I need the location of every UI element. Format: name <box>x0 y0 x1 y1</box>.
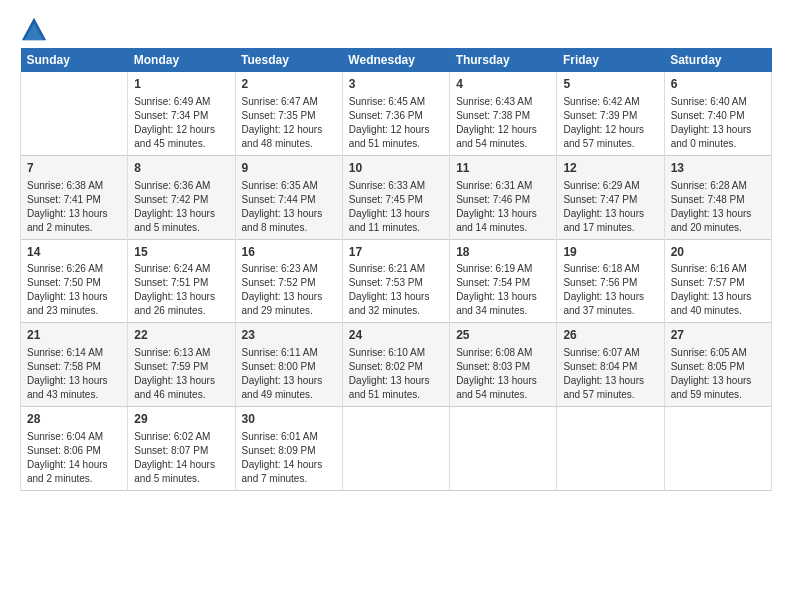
calendar-cell: 25Sunrise: 6:08 AM Sunset: 8:03 PM Dayli… <box>450 323 557 407</box>
calendar-cell: 10Sunrise: 6:33 AM Sunset: 7:45 PM Dayli… <box>342 155 449 239</box>
cell-content: Sunrise: 6:29 AM Sunset: 7:47 PM Dayligh… <box>563 179 657 235</box>
cell-content: Sunrise: 6:18 AM Sunset: 7:56 PM Dayligh… <box>563 262 657 318</box>
calendar-cell <box>664 407 771 491</box>
calendar-cell: 3Sunrise: 6:45 AM Sunset: 7:36 PM Daylig… <box>342 72 449 155</box>
column-header-sunday: Sunday <box>21 48 128 72</box>
day-number: 12 <box>563 160 657 177</box>
calendar-cell: 13Sunrise: 6:28 AM Sunset: 7:48 PM Dayli… <box>664 155 771 239</box>
cell-content: Sunrise: 6:35 AM Sunset: 7:44 PM Dayligh… <box>242 179 336 235</box>
calendar-cell <box>557 407 664 491</box>
cell-content: Sunrise: 6:31 AM Sunset: 7:46 PM Dayligh… <box>456 179 550 235</box>
day-number: 21 <box>27 327 121 344</box>
calendar-week-3: 14Sunrise: 6:26 AM Sunset: 7:50 PM Dayli… <box>21 239 772 323</box>
calendar-cell: 28Sunrise: 6:04 AM Sunset: 8:06 PM Dayli… <box>21 407 128 491</box>
calendar-cell: 6Sunrise: 6:40 AM Sunset: 7:40 PM Daylig… <box>664 72 771 155</box>
logo-icon <box>20 16 48 44</box>
calendar-table: SundayMondayTuesdayWednesdayThursdayFrid… <box>20 48 772 491</box>
day-number: 25 <box>456 327 550 344</box>
cell-content: Sunrise: 6:45 AM Sunset: 7:36 PM Dayligh… <box>349 95 443 151</box>
day-number: 19 <box>563 244 657 261</box>
day-number: 6 <box>671 76 765 93</box>
cell-content: Sunrise: 6:38 AM Sunset: 7:41 PM Dayligh… <box>27 179 121 235</box>
cell-content: Sunrise: 6:21 AM Sunset: 7:53 PM Dayligh… <box>349 262 443 318</box>
cell-content: Sunrise: 6:01 AM Sunset: 8:09 PM Dayligh… <box>242 430 336 486</box>
cell-content: Sunrise: 6:08 AM Sunset: 8:03 PM Dayligh… <box>456 346 550 402</box>
calendar-cell: 2Sunrise: 6:47 AM Sunset: 7:35 PM Daylig… <box>235 72 342 155</box>
calendar-cell: 20Sunrise: 6:16 AM Sunset: 7:57 PM Dayli… <box>664 239 771 323</box>
calendar-cell: 29Sunrise: 6:02 AM Sunset: 8:07 PM Dayli… <box>128 407 235 491</box>
calendar-cell <box>21 72 128 155</box>
calendar-cell: 8Sunrise: 6:36 AM Sunset: 7:42 PM Daylig… <box>128 155 235 239</box>
calendar-week-2: 7Sunrise: 6:38 AM Sunset: 7:41 PM Daylig… <box>21 155 772 239</box>
calendar-cell: 4Sunrise: 6:43 AM Sunset: 7:38 PM Daylig… <box>450 72 557 155</box>
cell-content: Sunrise: 6:13 AM Sunset: 7:59 PM Dayligh… <box>134 346 228 402</box>
calendar-header-row: SundayMondayTuesdayWednesdayThursdayFrid… <box>21 48 772 72</box>
cell-content: Sunrise: 6:26 AM Sunset: 7:50 PM Dayligh… <box>27 262 121 318</box>
calendar-cell: 5Sunrise: 6:42 AM Sunset: 7:39 PM Daylig… <box>557 72 664 155</box>
day-number: 7 <box>27 160 121 177</box>
calendar-cell: 21Sunrise: 6:14 AM Sunset: 7:58 PM Dayli… <box>21 323 128 407</box>
day-number: 22 <box>134 327 228 344</box>
cell-content: Sunrise: 6:24 AM Sunset: 7:51 PM Dayligh… <box>134 262 228 318</box>
calendar-cell: 26Sunrise: 6:07 AM Sunset: 8:04 PM Dayli… <box>557 323 664 407</box>
cell-content: Sunrise: 6:10 AM Sunset: 8:02 PM Dayligh… <box>349 346 443 402</box>
page-container: SundayMondayTuesdayWednesdayThursdayFrid… <box>0 0 792 501</box>
cell-content: Sunrise: 6:40 AM Sunset: 7:40 PM Dayligh… <box>671 95 765 151</box>
cell-content: Sunrise: 6:33 AM Sunset: 7:45 PM Dayligh… <box>349 179 443 235</box>
day-number: 28 <box>27 411 121 428</box>
cell-content: Sunrise: 6:05 AM Sunset: 8:05 PM Dayligh… <box>671 346 765 402</box>
calendar-cell: 1Sunrise: 6:49 AM Sunset: 7:34 PM Daylig… <box>128 72 235 155</box>
day-number: 9 <box>242 160 336 177</box>
day-number: 18 <box>456 244 550 261</box>
day-number: 4 <box>456 76 550 93</box>
calendar-cell: 15Sunrise: 6:24 AM Sunset: 7:51 PM Dayli… <box>128 239 235 323</box>
column-header-saturday: Saturday <box>664 48 771 72</box>
day-number: 10 <box>349 160 443 177</box>
calendar-cell: 22Sunrise: 6:13 AM Sunset: 7:59 PM Dayli… <box>128 323 235 407</box>
day-number: 5 <box>563 76 657 93</box>
day-number: 14 <box>27 244 121 261</box>
logo <box>20 16 52 44</box>
day-number: 16 <box>242 244 336 261</box>
calendar-week-5: 28Sunrise: 6:04 AM Sunset: 8:06 PM Dayli… <box>21 407 772 491</box>
cell-content: Sunrise: 6:07 AM Sunset: 8:04 PM Dayligh… <box>563 346 657 402</box>
calendar-cell: 17Sunrise: 6:21 AM Sunset: 7:53 PM Dayli… <box>342 239 449 323</box>
cell-content: Sunrise: 6:28 AM Sunset: 7:48 PM Dayligh… <box>671 179 765 235</box>
calendar-cell: 19Sunrise: 6:18 AM Sunset: 7:56 PM Dayli… <box>557 239 664 323</box>
column-header-friday: Friday <box>557 48 664 72</box>
day-number: 1 <box>134 76 228 93</box>
calendar-cell <box>450 407 557 491</box>
calendar-cell: 18Sunrise: 6:19 AM Sunset: 7:54 PM Dayli… <box>450 239 557 323</box>
calendar-cell: 27Sunrise: 6:05 AM Sunset: 8:05 PM Dayli… <box>664 323 771 407</box>
cell-content: Sunrise: 6:23 AM Sunset: 7:52 PM Dayligh… <box>242 262 336 318</box>
day-number: 24 <box>349 327 443 344</box>
day-number: 11 <box>456 160 550 177</box>
cell-content: Sunrise: 6:14 AM Sunset: 7:58 PM Dayligh… <box>27 346 121 402</box>
calendar-cell: 9Sunrise: 6:35 AM Sunset: 7:44 PM Daylig… <box>235 155 342 239</box>
day-number: 27 <box>671 327 765 344</box>
day-number: 23 <box>242 327 336 344</box>
day-number: 8 <box>134 160 228 177</box>
calendar-cell: 24Sunrise: 6:10 AM Sunset: 8:02 PM Dayli… <box>342 323 449 407</box>
cell-content: Sunrise: 6:49 AM Sunset: 7:34 PM Dayligh… <box>134 95 228 151</box>
day-number: 13 <box>671 160 765 177</box>
day-number: 30 <box>242 411 336 428</box>
cell-content: Sunrise: 6:36 AM Sunset: 7:42 PM Dayligh… <box>134 179 228 235</box>
day-number: 3 <box>349 76 443 93</box>
day-number: 15 <box>134 244 228 261</box>
day-number: 2 <box>242 76 336 93</box>
calendar-cell: 12Sunrise: 6:29 AM Sunset: 7:47 PM Dayli… <box>557 155 664 239</box>
cell-content: Sunrise: 6:42 AM Sunset: 7:39 PM Dayligh… <box>563 95 657 151</box>
calendar-cell: 23Sunrise: 6:11 AM Sunset: 8:00 PM Dayli… <box>235 323 342 407</box>
cell-content: Sunrise: 6:02 AM Sunset: 8:07 PM Dayligh… <box>134 430 228 486</box>
cell-content: Sunrise: 6:19 AM Sunset: 7:54 PM Dayligh… <box>456 262 550 318</box>
calendar-cell: 11Sunrise: 6:31 AM Sunset: 7:46 PM Dayli… <box>450 155 557 239</box>
calendar-week-1: 1Sunrise: 6:49 AM Sunset: 7:34 PM Daylig… <box>21 72 772 155</box>
column-header-wednesday: Wednesday <box>342 48 449 72</box>
cell-content: Sunrise: 6:47 AM Sunset: 7:35 PM Dayligh… <box>242 95 336 151</box>
calendar-cell <box>342 407 449 491</box>
cell-content: Sunrise: 6:04 AM Sunset: 8:06 PM Dayligh… <box>27 430 121 486</box>
column-header-thursday: Thursday <box>450 48 557 72</box>
calendar-week-4: 21Sunrise: 6:14 AM Sunset: 7:58 PM Dayli… <box>21 323 772 407</box>
cell-content: Sunrise: 6:11 AM Sunset: 8:00 PM Dayligh… <box>242 346 336 402</box>
